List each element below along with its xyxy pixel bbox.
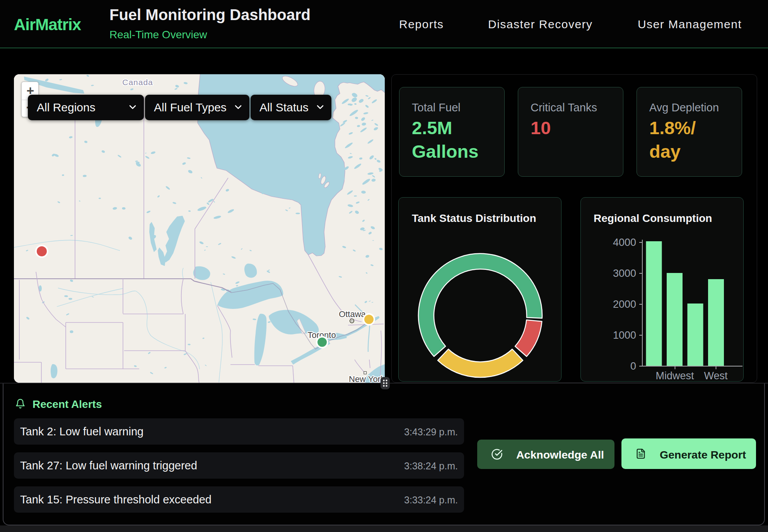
svg-text:Ottawa: Ottawa bbox=[339, 309, 366, 319]
svg-text:New York: New York bbox=[349, 374, 385, 383]
svg-text:0: 0 bbox=[630, 360, 636, 372]
svg-text:3000: 3000 bbox=[613, 268, 636, 279]
svg-text:2000: 2000 bbox=[613, 298, 636, 310]
svg-text:Canada: Canada bbox=[122, 78, 153, 87]
svg-text:4000: 4000 bbox=[613, 237, 636, 248]
svg-text:1000: 1000 bbox=[613, 329, 636, 341]
svg-text:West: West bbox=[704, 370, 728, 382]
svg-text:Midwest: Midwest bbox=[655, 370, 694, 382]
